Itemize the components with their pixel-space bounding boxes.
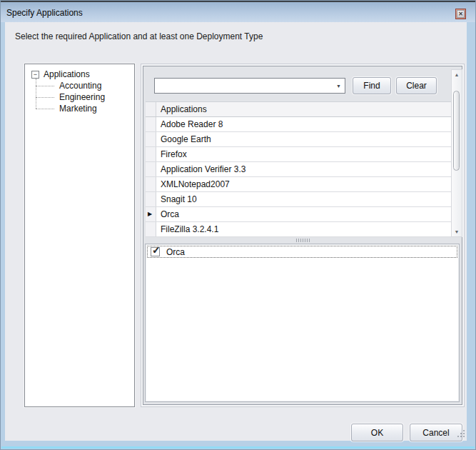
window-bottom-accent: [1, 446, 475, 449]
scroll-up-icon[interactable]: ▲: [452, 72, 462, 77]
table-row[interactable]: Adobe Reader 8: [146, 117, 452, 132]
scroll-down-icon[interactable]: ▼: [452, 229, 462, 234]
tree-item-label: Engineering: [59, 92, 105, 102]
deployment-item-orca[interactable]: ✓ Orca: [147, 246, 457, 258]
tree-children: Accounting Engineering Marketing: [36, 80, 134, 114]
row-selector-cell: [146, 147, 156, 161]
tree-root-applications[interactable]: − Applications: [31, 69, 134, 80]
deployment-item-label: Orca: [166, 247, 185, 257]
application-name: Google Earth: [156, 132, 211, 146]
tree-item-marketing[interactable]: Marketing: [36, 103, 134, 114]
applications-grid: Applications Adobe Reader 8 Google Earth…: [146, 101, 452, 236]
application-name: Adobe Reader 8: [156, 117, 223, 131]
grid-header-label: Applications: [156, 102, 207, 116]
scrollbar-thumb[interactable]: [453, 91, 460, 171]
resize-grip[interactable]: [457, 430, 465, 438]
tree-root-label: Applications: [44, 69, 90, 79]
window-title: Specify Applications: [6, 8, 83, 18]
checkmark-icon: ✓: [152, 244, 161, 256]
application-name: FileZilla 3.2.4.1: [156, 222, 218, 236]
tree-item-engineering[interactable]: Engineering: [36, 91, 134, 103]
table-row[interactable]: Snagit 10: [146, 192, 452, 207]
find-button[interactable]: Find: [353, 77, 391, 94]
tree-item-accounting[interactable]: Accounting: [36, 80, 134, 91]
row-selector-cell: [146, 177, 156, 191]
application-name: Snagit 10: [156, 192, 197, 206]
applications-tree: − Applications Accounting Engineering Ma…: [25, 64, 134, 114]
table-row[interactable]: XMLNotepad2007: [146, 177, 452, 192]
table-row-current[interactable]: ▶ Orca: [146, 207, 452, 222]
application-filter-input[interactable]: [156, 79, 332, 92]
chevron-down-icon[interactable]: ▼: [336, 84, 341, 89]
application-filter-combo[interactable]: ▼: [154, 78, 345, 94]
collapse-icon[interactable]: −: [31, 71, 39, 79]
application-selection-panel-inner: ▼ Find Clear Applications Adobe Reader 8: [143, 66, 462, 405]
application-name: XMLNotepad2007: [156, 177, 230, 191]
tree-item-label: Marketing: [59, 104, 97, 114]
row-selector-cell: [146, 117, 156, 131]
grid-header-selector-cell: [146, 102, 156, 116]
row-selector-cell: [146, 132, 156, 146]
deployment-type-list: ✓ Orca: [145, 244, 460, 402]
table-row[interactable]: Firefox: [146, 147, 452, 162]
application-name: Application Verifier 3.3: [156, 162, 245, 176]
deployment-checkbox[interactable]: ✓: [151, 247, 160, 256]
close-icon: ✕: [457, 10, 465, 18]
splitter-handle[interactable]: [146, 237, 460, 244]
clear-button[interactable]: Clear: [396, 77, 437, 94]
titlebar[interactable]: Specify Applications ✕: [1, 1, 475, 22]
row-selector-cell: ▶: [146, 207, 156, 221]
instruction-text: Select the required Application and at l…: [15, 31, 263, 41]
row-selector-cell: [146, 192, 156, 206]
row-selector-cell: [146, 222, 156, 236]
specify-applications-dialog: Specify Applications ✕ Select the requir…: [0, 0, 476, 450]
dialog-body: Select the required Application and at l…: [5, 22, 467, 441]
application-selection-panel: ▼ Find Clear Applications Adobe Reader 8: [141, 64, 465, 407]
vertical-scrollbar[interactable]: ▲ ▼: [451, 69, 462, 237]
grid-header-row[interactable]: Applications: [146, 102, 452, 117]
applications-tree-panel: − Applications Accounting Engineering Ma…: [24, 64, 135, 407]
application-name: Firefox: [156, 147, 187, 161]
cancel-button[interactable]: Cancel: [410, 424, 462, 441]
table-row[interactable]: Application Verifier 3.3: [146, 162, 452, 177]
application-name: Orca: [156, 207, 179, 221]
close-button[interactable]: ✕: [455, 9, 466, 19]
table-row[interactable]: FileZilla 3.2.4.1: [146, 222, 452, 237]
tree-item-label: Accounting: [59, 81, 101, 91]
table-row[interactable]: Google Earth: [146, 132, 452, 147]
row-selector-cell: [146, 162, 156, 176]
ok-button[interactable]: OK: [351, 424, 403, 441]
current-row-icon: ▶: [148, 211, 152, 217]
